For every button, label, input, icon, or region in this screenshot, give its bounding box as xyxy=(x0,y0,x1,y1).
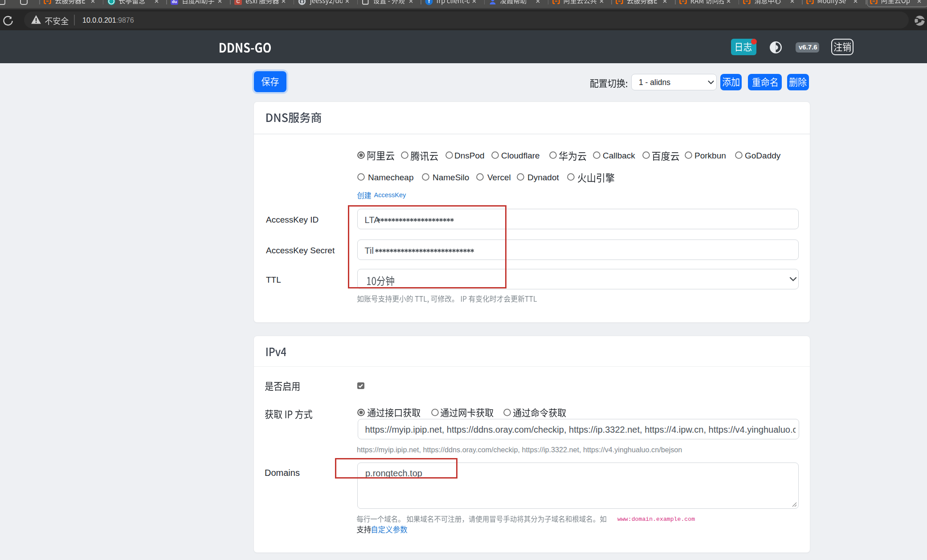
svg-text:du: du xyxy=(172,0,177,4)
svg-text:f: f xyxy=(428,0,430,4)
svg-text:C: C xyxy=(237,0,240,4)
